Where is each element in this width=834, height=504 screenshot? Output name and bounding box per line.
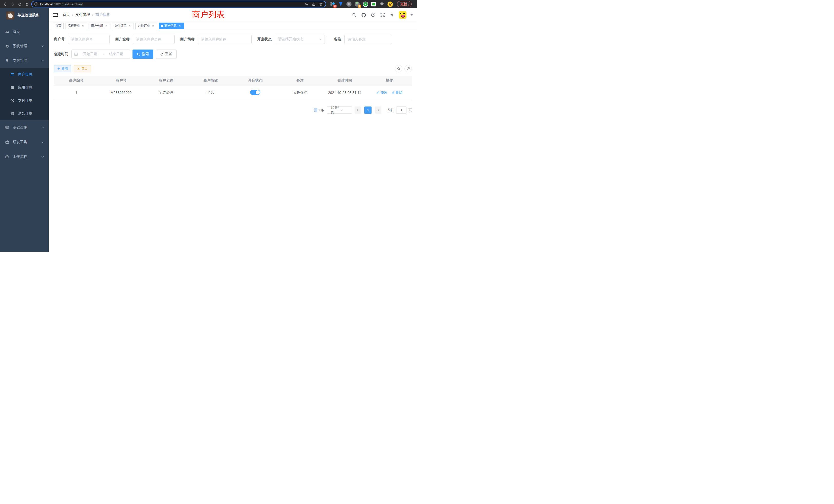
sidebar-item-app-info[interactable]: 应用信息 [0, 81, 49, 94]
cell-short-name: 芋艿 [188, 85, 233, 100]
sidebar-item-system[interactable]: 系统管理 [0, 39, 49, 53]
prev-page-button[interactable] [355, 107, 361, 114]
sidebar-item-label: 支付订单 [18, 98, 32, 103]
col-remark: 备注 [278, 76, 322, 85]
short-name-input[interactable] [198, 35, 251, 44]
toggle-search-button[interactable] [395, 65, 402, 72]
tag-user-group[interactable]: 用户分组 [89, 23, 110, 29]
sidebar-item-merchant-info[interactable]: 商户信息 [0, 68, 49, 81]
page-size-select[interactable]: 10条/页 [327, 107, 352, 114]
col-merchant-id: 商户编号 [54, 76, 98, 85]
extension-proxy-icon[interactable]: 1 [354, 1, 360, 7]
briefcase-icon [5, 155, 9, 159]
pagination: 共 1 条 10条/页 1 前往 页 [54, 107, 412, 114]
extensions-puzzle-icon[interactable] [379, 1, 385, 7]
annotation-title: 商户列表 [192, 9, 225, 20]
help-icon[interactable] [370, 12, 376, 18]
chevron-down-icon [340, 109, 350, 111]
github-icon[interactable] [361, 12, 367, 18]
status-select[interactable]: 请选择开启状态 [275, 35, 325, 44]
create-time-range-picker[interactable]: 开始日期 - 结束日期 [71, 49, 130, 59]
forward-icon[interactable] [10, 1, 16, 7]
col-status: 开启状态 [233, 76, 278, 85]
home-icon[interactable] [24, 1, 30, 7]
bookmark-star-icon[interactable] [319, 2, 323, 6]
chrome-update-button[interactable]: 更新 [397, 1, 412, 7]
user-menu-caret-icon[interactable] [410, 14, 413, 16]
address-bar[interactable]: i localhost:1024/pay/merchant [31, 1, 326, 7]
sidebar-item-label: 应用信息 [18, 85, 32, 90]
reload-icon[interactable] [17, 1, 23, 7]
tag-process-form[interactable]: 流程表单 [65, 23, 87, 29]
sidebar-item-label: 基础设施 [13, 125, 27, 130]
tags-view: 首页 流程表单 用户分组 支付订单 退款订单 商户信息 [49, 22, 417, 30]
chevron-down-icon [41, 45, 44, 48]
merchant-no-input[interactable] [68, 35, 110, 44]
breadcrumb-pay[interactable]: 支付管理 [75, 13, 90, 17]
download-icon [77, 67, 80, 70]
sidebar-item-refund-order[interactable]: 退款订单 [0, 107, 49, 120]
col-merchant-no: 商户号 [98, 76, 143, 85]
sidebar-item-infra[interactable]: 基础设施 [0, 120, 49, 135]
delete-button[interactable]: 删除 [392, 90, 402, 95]
close-icon[interactable] [81, 24, 85, 28]
range-separator: - [103, 52, 104, 56]
site-info-icon[interactable]: i [35, 2, 38, 6]
extension-gem-icon[interactable] [338, 1, 344, 7]
profile-avatar-icon[interactable] [387, 1, 393, 7]
password-key-icon[interactable] [305, 2, 308, 6]
remark-input[interactable] [344, 35, 392, 44]
close-icon[interactable] [105, 24, 108, 28]
edit-button[interactable]: 修改 [377, 90, 387, 95]
user-avatar[interactable] [399, 11, 407, 19]
header-search-icon[interactable] [351, 12, 357, 18]
cell-merchant-id: 1 [54, 85, 98, 100]
col-full-name: 商户全称 [144, 76, 188, 85]
refresh-table-button[interactable] [404, 65, 412, 72]
sidebar-item-label: 退款订单 [18, 111, 32, 116]
add-button[interactable]: 新增 [54, 65, 71, 72]
sidebar-logo-row[interactable]: 芋道管理系统 [0, 8, 49, 23]
share-icon[interactable] [312, 2, 315, 6]
extension-command-icon[interactable] [346, 1, 352, 7]
close-icon[interactable] [178, 24, 181, 28]
fullscreen-icon[interactable] [380, 12, 386, 18]
sidebar-item-workflow[interactable]: 工作流程 [0, 150, 49, 164]
page-number-1[interactable]: 1 [364, 107, 372, 114]
close-icon[interactable] [151, 24, 155, 28]
chevron-down-icon [41, 141, 44, 144]
refresh-icon [160, 53, 163, 56]
url-text[interactable]: localhost:1024/pay/merchant [40, 2, 83, 6]
tag-pay-order[interactable]: 支付订单 [112, 23, 134, 29]
tag-home[interactable]: 首页 [53, 23, 64, 29]
extension-grid-icon[interactable]: 10 [330, 1, 335, 7]
plus-icon [57, 67, 60, 70]
font-size-icon[interactable]: тT [389, 12, 395, 18]
sidebar-item-pay-order[interactable]: 支付订单 [0, 94, 49, 107]
sidebar-item-devtools[interactable]: 研发工具 [0, 135, 49, 150]
sidebar-collapse-icon[interactable] [53, 13, 58, 17]
breadcrumb-home[interactable]: 首页 [63, 13, 70, 17]
full-name-input[interactable] [133, 35, 175, 44]
close-icon[interactable] [128, 24, 131, 28]
filter-label-full-name: 商户全称 [115, 37, 130, 42]
sidebar-item-pay[interactable]: ¥ 支付管理 [0, 53, 49, 68]
sidebar-item-home[interactable]: 首页 [0, 25, 49, 39]
tag-merchant-info[interactable]: 商户信息 [159, 23, 184, 29]
browser-menu-icon[interactable] [409, 3, 409, 6]
export-button[interactable]: 导出 [74, 65, 91, 72]
extension-badge: 1 [358, 5, 361, 8]
jump-page-input[interactable] [396, 107, 407, 114]
back-icon[interactable] [3, 1, 8, 7]
cell-full-name: 芋道源码 [144, 85, 188, 100]
search-button[interactable]: 搜索 [132, 49, 153, 59]
reset-button[interactable]: 重置 [156, 49, 177, 59]
extension-chat-icon[interactable] [371, 1, 376, 7]
next-page-button[interactable] [375, 107, 381, 114]
chevron-down-icon [319, 38, 322, 41]
table-row: 1 M233666999 芋道源码 芋艿 我是备注 2021-10-23 08:… [54, 85, 412, 100]
extension-y-icon[interactable]: Y [363, 1, 368, 7]
tag-refund-order[interactable]: 退款订单 [135, 23, 157, 29]
app-logo [6, 11, 14, 20]
status-toggle[interactable] [250, 90, 260, 95]
